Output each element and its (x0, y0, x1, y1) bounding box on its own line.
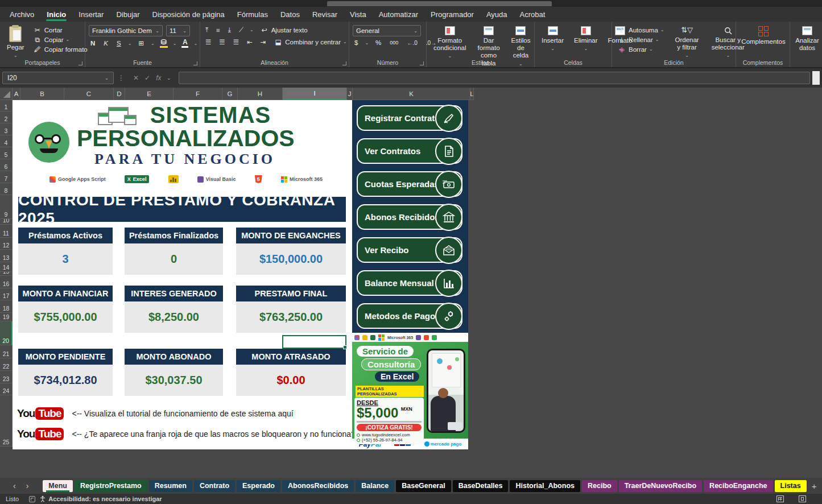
name-box[interactable]: I20⌄ (2, 72, 114, 84)
ribbon-tab[interactable]: Acrobat (514, 7, 552, 22)
ribbon-tab[interactable]: Inicio (40, 7, 72, 22)
align-middle-button[interactable]: ≡ (214, 26, 222, 34)
ribbon-tab[interactable]: Datos (274, 7, 306, 22)
column-header[interactable]: B (20, 88, 64, 100)
fx-icon[interactable]: fx (156, 74, 161, 82)
ad-cta-button[interactable]: ¡COTIZA GRATIS! (357, 424, 422, 431)
row-header[interactable]: 9 (0, 195, 13, 219)
italic-button[interactable]: K (102, 39, 110, 47)
sheet-tab[interactable]: Esperado (237, 480, 280, 492)
row-header[interactable]: 10 (0, 219, 13, 225)
column-header[interactable]: D (114, 88, 125, 100)
row-header[interactable]: 2 (0, 111, 13, 123)
youtube-icon[interactable]: YouTube (17, 407, 64, 420)
clear-button[interactable]: ◈Borrar⌄ (616, 44, 666, 54)
add-sheet-button[interactable]: + (807, 481, 822, 491)
font-dialog-launcher[interactable] (193, 61, 197, 65)
currency-format-button[interactable]: $ (353, 39, 360, 47)
ribbon-tab[interactable]: Vista (344, 7, 373, 22)
number-dialog-launcher[interactable] (420, 61, 424, 65)
selected-cell-I20[interactable] (282, 335, 346, 349)
borders-button[interactable]: ⊞ (137, 39, 146, 48)
orientation-button[interactable]: ⟋ (237, 26, 245, 34)
row-header[interactable]: 24 (0, 383, 13, 395)
enter-icon[interactable]: ✓ (144, 74, 150, 82)
row-header[interactable]: 25 (0, 395, 13, 447)
select-all-corner[interactable] (0, 88, 13, 100)
macro-record-icon[interactable] (29, 496, 35, 502)
formula-input[interactable] (179, 72, 810, 84)
sort-filter-button[interactable]: ⇅▽ Ordenar y filtrar⌄ (671, 25, 702, 60)
normal-view-button[interactable] (776, 495, 784, 502)
ribbon-tab[interactable]: Ayuda (480, 7, 514, 22)
increase-decimal-button[interactable]: ←.0 (405, 39, 419, 47)
search-box[interactable] (327, 1, 552, 6)
column-header[interactable]: L (470, 88, 474, 100)
row-header[interactable]: 15 (0, 272, 13, 276)
accessibility-status[interactable]: Accesibilidad: es necesario investigar (40, 495, 162, 502)
sheet-tab[interactable]: BaseGeneral (396, 480, 451, 492)
row-header[interactable]: 22 (0, 358, 13, 371)
fill-color-button[interactable]: ⛁ (160, 39, 168, 48)
align-left-button[interactable]: ☰ (204, 38, 213, 47)
tab-scroll-right-icon[interactable]: › (21, 481, 34, 490)
tab-scroll-left-icon[interactable]: ‹ (8, 481, 21, 490)
font-name-select[interactable]: Franklin Gothic Dem⌄ (89, 25, 163, 36)
row-header[interactable]: 11 (0, 225, 13, 238)
row-header[interactable]: 20 (0, 321, 13, 345)
row-header[interactable]: 21 (0, 345, 13, 358)
row-header[interactable]: 14 (0, 262, 13, 272)
ribbon-tab[interactable]: Disposición de página (146, 7, 231, 22)
ribbon-tab[interactable]: Programador (424, 7, 480, 22)
sheet-tab[interactable]: Resumen (149, 480, 192, 492)
fill-button[interactable]: ⤓Rellenar⌄ (616, 35, 666, 44)
row-header[interactable]: 8 (0, 183, 13, 195)
sheet-tab[interactable]: BaseDetalles (453, 480, 509, 492)
align-right-button[interactable]: ☰ (232, 38, 241, 47)
row-header[interactable]: 6 (0, 159, 13, 171)
sheet-tab[interactable]: Balance (356, 480, 394, 492)
percent-format-button[interactable]: % (374, 39, 383, 47)
font-color-button[interactable]: A (181, 39, 188, 48)
ribbon-tab[interactable]: Insertar (72, 7, 110, 22)
column-header[interactable]: A (13, 88, 20, 100)
conditional-formatting-button[interactable]: Formato condicional⌄ (430, 25, 470, 60)
ribbon-tab[interactable]: Automatizar (373, 7, 424, 22)
font-size-select[interactable]: 11⌄ (166, 25, 190, 36)
align-center-button[interactable]: ☰ (217, 38, 226, 47)
column-header[interactable]: E (125, 88, 174, 100)
copy-button[interactable]: ⧉Copiar⌄ (31, 35, 89, 44)
page-layout-view-button[interactable] (799, 495, 806, 502)
number-format-select[interactable]: General⌄ (353, 25, 421, 36)
row-header[interactable]: 5 (0, 147, 13, 159)
sidebar-button[interactable]: Metodos de Pago (357, 303, 462, 329)
autosum-button[interactable]: ΣAutosuma⌄ (616, 25, 666, 35)
sheet-tab[interactable]: Historial_Abonos (510, 480, 580, 492)
sheet-tab[interactable]: Listas (775, 480, 807, 492)
row-header[interactable]: 4 (0, 135, 13, 147)
sidebar-button[interactable]: Ver Contratos (357, 138, 462, 164)
align-top-button[interactable]: ⤒ (204, 26, 210, 34)
insert-cells-button[interactable]: Insertar⌄ (538, 25, 567, 52)
clipboard-dialog-launcher[interactable] (79, 61, 82, 65)
addins-button[interactable]: Complementos (740, 25, 787, 47)
formula-bar-expand[interactable] (812, 71, 820, 85)
ribbon-tab[interactable]: Dibujar (110, 7, 146, 22)
row-header[interactable]: 23 (0, 371, 13, 383)
row-header[interactable]: 18 (0, 300, 13, 313)
ribbon-tab[interactable]: Archivo (3, 7, 40, 22)
row-header[interactable]: 7 (0, 171, 13, 183)
row-header[interactable]: 16 (0, 276, 13, 288)
alignment-dialog-launcher[interactable] (342, 61, 346, 65)
sheet-tab[interactable]: Menu (43, 480, 73, 492)
cut-button[interactable]: ✂Cortar (31, 25, 89, 35)
column-header[interactable]: J (347, 88, 353, 100)
column-header[interactable]: G (222, 88, 238, 100)
row-header[interactable]: 3 (0, 123, 13, 135)
delete-cells-button[interactable]: Eliminar⌄ (571, 25, 601, 52)
row-header[interactable]: 1 (0, 100, 13, 111)
sidebar-button[interactable]: Registrar Contrato (357, 105, 462, 131)
column-header[interactable]: I (283, 88, 347, 100)
sidebar-button[interactable]: Balance Mensual (357, 270, 462, 296)
sidebar-button[interactable]: Abonos Recibidos (357, 204, 462, 230)
